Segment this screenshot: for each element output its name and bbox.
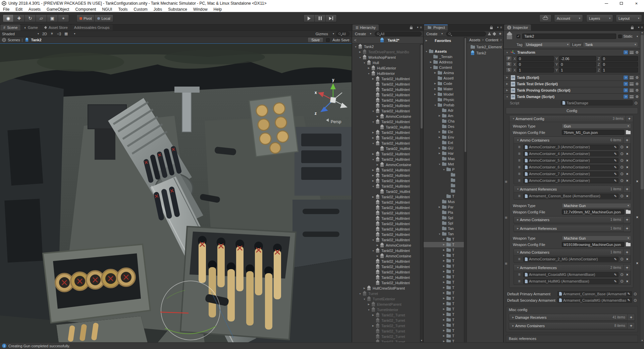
remove-button[interactable]: × — [625, 279, 629, 283]
menu-item[interactable]: Tools — [115, 7, 130, 12]
project-tree-row[interactable]: ▼ Assets — [424, 49, 464, 54]
menu-item[interactable]: Window — [190, 7, 211, 12]
script-object-field[interactable]: TankDamage — [561, 100, 633, 105]
fold-arrow-icon[interactable]: ▼ — [371, 142, 375, 145]
project-item[interactable]: Tank2_Element — [467, 44, 503, 50]
hierarchy-row[interactable]: ▶ Tank02_HullInteri — [352, 178, 420, 184]
fold-arrow-icon[interactable]: ▶ — [371, 153, 375, 155]
tab-addressables-groups[interactable]: Addressables Groups — [71, 24, 113, 31]
project-item[interactable]: Tank2 — [467, 50, 503, 56]
project-tree-row[interactable]: ▶ T — [424, 280, 464, 285]
fold-arrow-icon[interactable]: ▶ — [371, 131, 375, 134]
default-secondary-field[interactable]: Armament_CoaxialMG (ArmamentBase)✎ — [557, 298, 632, 303]
browse-folder-icon[interactable] — [626, 242, 631, 247]
tag-dropdown[interactable]: Untagged▾ — [524, 42, 571, 47]
fold-arrow-icon[interactable]: ▼ — [367, 309, 371, 311]
menu-item[interactable]: Assets — [25, 7, 44, 12]
hierarchy-row[interactable]: Tank02_HullInt — [352, 146, 420, 151]
gear-icon[interactable]: ⚙ — [635, 95, 639, 99]
fold-arrow-icon[interactable]: ▶ — [429, 61, 433, 63]
project-tree-row[interactable]: ▼ P — [424, 167, 464, 172]
fold-arrow-icon[interactable]: ▶ — [442, 286, 446, 289]
fold-arrow-icon[interactable]: ▶ — [367, 67, 371, 69]
play-button[interactable] — [304, 14, 315, 22]
object-picker-icon[interactable]: ⊙ — [633, 298, 637, 303]
drag-handle-icon[interactable]: ≡ — [517, 257, 522, 261]
drag-handle-icon[interactable]: ≡ — [517, 171, 522, 176]
fold-arrow-icon[interactable]: ▼ — [371, 250, 375, 252]
hierarchy-row[interactable]: Tank02_HullInteri — [352, 205, 420, 210]
tab-scene[interactable]: #Scene — [0, 24, 20, 31]
draw-mode-dropdown[interactable]: Shaded▾ — [2, 32, 39, 36]
help-icon[interactable]: ? — [624, 82, 628, 86]
hand-tool-button[interactable]: ◉ — [3, 14, 14, 22]
tab-hierarchy[interactable]: ☰Hierarchy — [353, 24, 379, 31]
object-picker-icon[interactable]: ⊙ — [620, 151, 624, 156]
hierarchy-row[interactable]: Tank02_HullInteri — [352, 92, 420, 98]
armament-config-header[interactable]: ▼ Armament Config 3 items + — [509, 115, 633, 122]
project-tree-row[interactable] — [424, 172, 464, 178]
fold-arrow-icon[interactable]: ▶ — [433, 82, 437, 85]
hierarchy-row[interactable]: Tank02_Turret — [352, 339, 420, 342]
fold-arrow-icon[interactable]: ▶ — [371, 78, 375, 80]
fold-arrow-icon[interactable]: ▶ — [442, 324, 446, 327]
lock-icon[interactable] — [490, 27, 493, 29]
object-picker-icon[interactable]: ⊙ — [620, 272, 624, 277]
remove-button[interactable]: × — [625, 158, 629, 162]
project-tree-row[interactable]: Cha — [424, 118, 464, 124]
toggle-2d[interactable]: 2D — [42, 32, 47, 36]
project-create-button[interactable]: Create▾ — [425, 32, 444, 36]
pause-button[interactable] — [315, 14, 326, 22]
y-field[interactable]: 1 — [559, 67, 596, 72]
object-picker-icon[interactable]: ⊙ — [620, 165, 624, 169]
fold-arrow-icon[interactable]: ▶ — [433, 93, 437, 96]
prefab-back-button[interactable]: < — [354, 38, 357, 43]
hierarchy-row[interactable]: Tank02_HullInt — [352, 124, 420, 130]
object-picker-icon[interactable]: ⊙ — [634, 101, 638, 105]
fold-arrow-icon[interactable]: ▶ — [442, 292, 446, 294]
hierarchy-row[interactable]: ▼ Tank02_HullInteri — [352, 141, 420, 146]
fold-arrow-icon[interactable]: ▶ — [442, 281, 446, 284]
fold-arrow-icon[interactable]: ▶ — [371, 137, 375, 139]
project-tree-row[interactable]: Des — [424, 124, 464, 129]
ammo-containers-header[interactable]: ▼Ammo Containers 1 items+ — [514, 249, 631, 256]
fold-arrow-icon[interactable]: ▼ — [362, 62, 367, 64]
drag-handle-icon[interactable]: ≡ — [517, 178, 522, 183]
hierarchy-row[interactable]: Tank02_HullInt — [352, 189, 420, 194]
remove-button[interactable]: × — [625, 145, 629, 149]
presets-icon[interactable] — [630, 51, 634, 54]
hierarchy-row[interactable]: ▼ Hull — [352, 60, 420, 65]
hierarchy-row[interactable]: Tank02_HullInteri — [352, 221, 420, 227]
fold-arrow-icon[interactable]: ▶ — [442, 329, 446, 332]
object-picker-icon[interactable]: ⊙ — [620, 171, 624, 176]
hierarchy-row[interactable]: ▶ AmmoContaine — [352, 114, 420, 119]
fold-arrow-icon[interactable]: ▼ — [429, 66, 433, 69]
hierarchy-create-button[interactable]: Create▾ — [354, 32, 373, 36]
tab-project[interactable]: Project — [424, 24, 448, 31]
prs-button[interactable]: P — [506, 56, 512, 61]
default-primary-field[interactable]: Armament_Cannon_Base (ArmamentBase)✎ — [557, 291, 632, 296]
project-tree-row[interactable]: ▶ Anima — [424, 70, 464, 76]
fold-arrow-icon[interactable]: ▶ — [375, 163, 380, 166]
fold-arrow-icon[interactable]: ▶ — [437, 147, 442, 149]
hierarchy-row[interactable]: ▶ Tank02_HullInteri — [352, 167, 420, 173]
menu-item[interactable]: GameObject — [44, 7, 72, 12]
static-checkbox[interactable] — [618, 35, 622, 38]
project-tree-row[interactable]: ▶ T — [424, 296, 464, 301]
fold-arrow-icon[interactable]: ▶ — [437, 131, 442, 133]
fold-arrow-icon[interactable]: ▼ — [424, 50, 429, 53]
project-tree-row[interactable]: Mus — [424, 199, 464, 204]
hierarchy-row[interactable]: ▶ Tank02_HullInteri — [352, 151, 420, 157]
move-tool-button[interactable]: ✚ — [14, 14, 25, 22]
add-item-button[interactable]: + — [623, 264, 631, 271]
transform-tool-button[interactable]: ⌖ — [58, 14, 69, 22]
presets-icon[interactable] — [630, 76, 634, 79]
hierarchy-row[interactable]: ▼ HullInterior — [352, 71, 420, 76]
weapon-config-file-field[interactable]: 12,7x99mm_M2_MachineGun.json — [562, 209, 624, 214]
project-tree-row[interactable]: ▶ T — [424, 237, 464, 242]
project-tree-row[interactable]: ▶ T — [424, 290, 464, 296]
collab-cloud-button[interactable] — [539, 14, 551, 22]
lighting-icon[interactable]: ☀ — [50, 32, 54, 36]
scene-search-input[interactable]: All — [336, 32, 350, 36]
fold-arrow-icon[interactable]: ▼ — [442, 168, 446, 171]
